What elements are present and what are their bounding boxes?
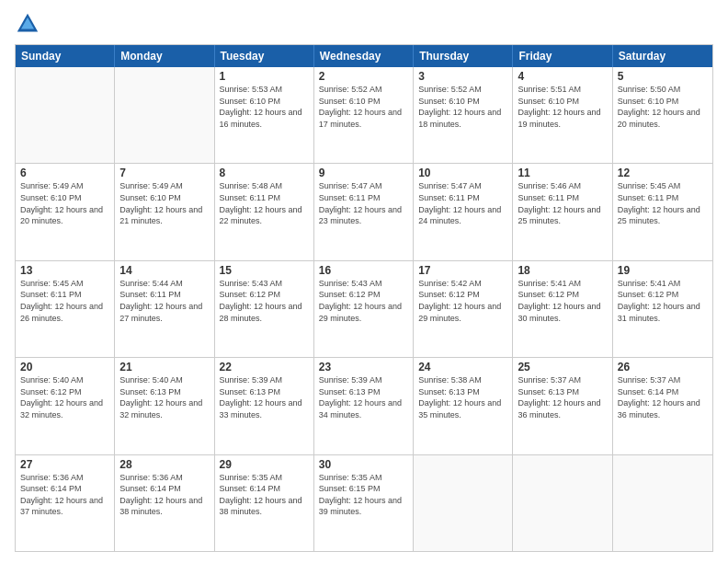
- day-number: 19: [618, 264, 708, 277]
- cal-cell-empty: [613, 455, 712, 551]
- day-number: 4: [518, 70, 607, 83]
- cal-cell-3: 3Sunrise: 5:52 AM Sunset: 6:10 PM Daylig…: [414, 67, 513, 163]
- day-info: Sunrise: 5:36 AM Sunset: 6:14 PM Dayligh…: [119, 472, 209, 518]
- cal-cell-16: 16Sunrise: 5:43 AM Sunset: 6:12 PM Dayli…: [314, 261, 414, 357]
- day-number: 9: [319, 167, 408, 179]
- cal-cell-1: 1Sunrise: 5:53 AM Sunset: 6:10 PM Daylig…: [215, 67, 314, 163]
- header-cell-saturday: Saturday: [613, 45, 712, 67]
- day-number: 14: [119, 264, 209, 277]
- calendar-body: 1Sunrise: 5:53 AM Sunset: 6:10 PM Daylig…: [16, 67, 712, 551]
- cal-row-3: 20Sunrise: 5:40 AM Sunset: 6:12 PM Dayli…: [16, 357, 712, 454]
- day-number: 7: [119, 167, 209, 179]
- day-number: 22: [220, 361, 309, 373]
- cal-cell-6: 6Sunrise: 5:49 AM Sunset: 6:10 PM Daylig…: [16, 164, 115, 259]
- day-info: Sunrise: 5:40 AM Sunset: 6:12 PM Dayligh…: [20, 374, 109, 420]
- day-info: Sunrise: 5:45 AM Sunset: 6:11 PM Dayligh…: [20, 278, 109, 324]
- cal-cell-19: 19Sunrise: 5:41 AM Sunset: 6:12 PM Dayli…: [613, 261, 712, 357]
- cal-cell-25: 25Sunrise: 5:37 AM Sunset: 6:13 PM Dayli…: [513, 358, 612, 454]
- day-info: Sunrise: 5:44 AM Sunset: 6:11 PM Dayligh…: [119, 278, 209, 324]
- cal-cell-13: 13Sunrise: 5:45 AM Sunset: 6:11 PM Dayli…: [16, 261, 115, 357]
- day-number: 27: [20, 458, 109, 471]
- day-number: 23: [319, 361, 408, 373]
- day-number: 11: [518, 167, 607, 179]
- cal-cell-24: 24Sunrise: 5:38 AM Sunset: 6:13 PM Dayli…: [414, 358, 513, 454]
- cal-cell-14: 14Sunrise: 5:44 AM Sunset: 6:11 PM Dayli…: [115, 261, 214, 357]
- day-info: Sunrise: 5:53 AM Sunset: 6:10 PM Dayligh…: [220, 84, 309, 130]
- day-number: 10: [418, 167, 507, 179]
- day-info: Sunrise: 5:40 AM Sunset: 6:13 PM Dayligh…: [119, 374, 209, 420]
- cal-row-4: 27Sunrise: 5:36 AM Sunset: 6:14 PM Dayli…: [16, 454, 712, 551]
- cal-cell-18: 18Sunrise: 5:41 AM Sunset: 6:12 PM Dayli…: [513, 261, 612, 357]
- day-number: 26: [618, 361, 708, 373]
- cal-cell-15: 15Sunrise: 5:43 AM Sunset: 6:12 PM Dayli…: [215, 261, 314, 357]
- day-info: Sunrise: 5:52 AM Sunset: 6:10 PM Dayligh…: [418, 84, 507, 130]
- day-number: 18: [518, 264, 607, 277]
- cal-cell-2: 2Sunrise: 5:52 AM Sunset: 6:10 PM Daylig…: [314, 67, 414, 163]
- cal-cell-empty: [513, 455, 612, 551]
- day-info: Sunrise: 5:38 AM Sunset: 6:13 PM Dayligh…: [418, 374, 507, 420]
- cal-cell-20: 20Sunrise: 5:40 AM Sunset: 6:12 PM Dayli…: [16, 358, 115, 454]
- day-number: 8: [220, 167, 309, 179]
- cal-cell-empty: [115, 67, 214, 163]
- day-number: 25: [518, 361, 607, 373]
- cal-cell-10: 10Sunrise: 5:47 AM Sunset: 6:11 PM Dayli…: [414, 164, 513, 259]
- day-number: 24: [418, 361, 507, 373]
- logo-icon: [15, 11, 40, 37]
- day-number: 15: [220, 264, 309, 277]
- day-info: Sunrise: 5:37 AM Sunset: 6:14 PM Dayligh…: [618, 374, 708, 420]
- header-cell-tuesday: Tuesday: [215, 45, 314, 67]
- cal-cell-26: 26Sunrise: 5:37 AM Sunset: 6:14 PM Dayli…: [613, 358, 712, 454]
- day-info: Sunrise: 5:35 AM Sunset: 6:15 PM Dayligh…: [319, 472, 408, 518]
- day-number: 28: [119, 458, 209, 471]
- cal-cell-5: 5Sunrise: 5:50 AM Sunset: 6:10 PM Daylig…: [613, 67, 712, 163]
- cal-cell-4: 4Sunrise: 5:51 AM Sunset: 6:10 PM Daylig…: [513, 67, 612, 163]
- header: [15, 11, 713, 37]
- header-cell-friday: Friday: [513, 45, 612, 67]
- header-cell-wednesday: Wednesday: [314, 45, 414, 67]
- day-info: Sunrise: 5:50 AM Sunset: 6:10 PM Dayligh…: [618, 84, 708, 130]
- day-number: 20: [20, 361, 109, 373]
- day-number: 5: [618, 70, 708, 83]
- day-info: Sunrise: 5:43 AM Sunset: 6:12 PM Dayligh…: [319, 278, 408, 324]
- cal-cell-29: 29Sunrise: 5:35 AM Sunset: 6:14 PM Dayli…: [215, 455, 314, 551]
- day-number: 1: [220, 70, 309, 83]
- cal-cell-7: 7Sunrise: 5:49 AM Sunset: 6:10 PM Daylig…: [115, 164, 214, 259]
- day-number: 12: [618, 167, 708, 179]
- day-info: Sunrise: 5:48 AM Sunset: 6:11 PM Dayligh…: [220, 180, 309, 226]
- cal-cell-empty: [414, 455, 513, 551]
- cal-row-2: 13Sunrise: 5:45 AM Sunset: 6:11 PM Dayli…: [16, 260, 712, 357]
- day-info: Sunrise: 5:41 AM Sunset: 6:12 PM Dayligh…: [618, 278, 708, 324]
- page: SundayMondayTuesdayWednesdayThursdayFrid…: [0, 0, 728, 563]
- calendar-header-row: SundayMondayTuesdayWednesdayThursdayFrid…: [16, 45, 712, 67]
- day-number: 29: [220, 458, 309, 471]
- cal-cell-23: 23Sunrise: 5:39 AM Sunset: 6:13 PM Dayli…: [314, 358, 414, 454]
- cal-cell-8: 8Sunrise: 5:48 AM Sunset: 6:11 PM Daylig…: [215, 164, 314, 259]
- cal-cell-27: 27Sunrise: 5:36 AM Sunset: 6:14 PM Dayli…: [16, 455, 115, 551]
- day-info: Sunrise: 5:36 AM Sunset: 6:14 PM Dayligh…: [20, 472, 109, 518]
- day-info: Sunrise: 5:35 AM Sunset: 6:14 PM Dayligh…: [220, 472, 309, 518]
- day-number: 17: [418, 264, 507, 277]
- day-number: 3: [418, 70, 507, 83]
- header-cell-thursday: Thursday: [414, 45, 513, 67]
- day-number: 13: [20, 264, 109, 277]
- cal-cell-30: 30Sunrise: 5:35 AM Sunset: 6:15 PM Dayli…: [314, 455, 414, 551]
- day-info: Sunrise: 5:47 AM Sunset: 6:11 PM Dayligh…: [319, 180, 408, 226]
- day-info: Sunrise: 5:46 AM Sunset: 6:11 PM Dayligh…: [518, 180, 607, 226]
- day-info: Sunrise: 5:43 AM Sunset: 6:12 PM Dayligh…: [220, 278, 309, 324]
- day-number: 30: [319, 458, 408, 471]
- header-cell-monday: Monday: [115, 45, 214, 67]
- cal-cell-28: 28Sunrise: 5:36 AM Sunset: 6:14 PM Dayli…: [115, 455, 214, 551]
- day-info: Sunrise: 5:37 AM Sunset: 6:13 PM Dayligh…: [518, 374, 607, 420]
- day-info: Sunrise: 5:42 AM Sunset: 6:12 PM Dayligh…: [418, 278, 507, 324]
- calendar: SundayMondayTuesdayWednesdayThursdayFrid…: [15, 44, 713, 552]
- header-cell-sunday: Sunday: [16, 45, 115, 67]
- logo: [15, 11, 44, 37]
- day-number: 2: [319, 70, 408, 83]
- cal-cell-empty: [16, 67, 115, 163]
- cal-cell-12: 12Sunrise: 5:45 AM Sunset: 6:11 PM Dayli…: [613, 164, 712, 259]
- cal-cell-17: 17Sunrise: 5:42 AM Sunset: 6:12 PM Dayli…: [414, 261, 513, 357]
- day-info: Sunrise: 5:49 AM Sunset: 6:10 PM Dayligh…: [20, 180, 109, 226]
- cal-cell-11: 11Sunrise: 5:46 AM Sunset: 6:11 PM Dayli…: [513, 164, 612, 259]
- cal-cell-22: 22Sunrise: 5:39 AM Sunset: 6:13 PM Dayli…: [215, 358, 314, 454]
- day-info: Sunrise: 5:51 AM Sunset: 6:10 PM Dayligh…: [518, 84, 607, 130]
